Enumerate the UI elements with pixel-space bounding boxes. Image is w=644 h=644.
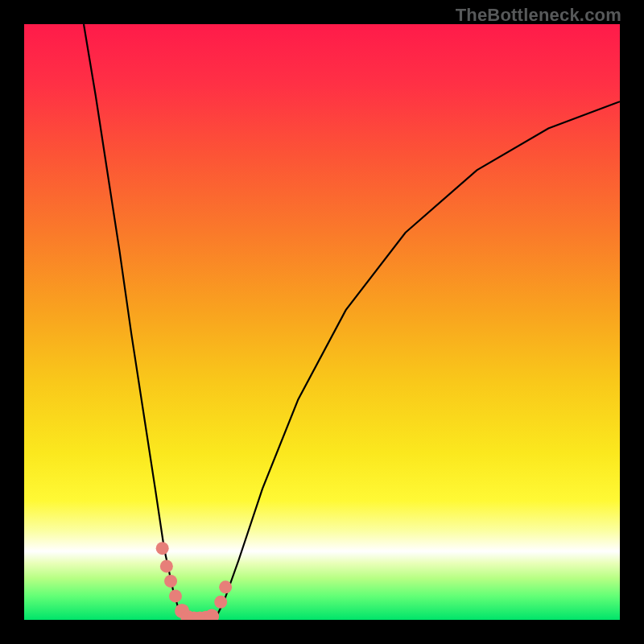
- watermark-text: TheBottleneck.com: [456, 5, 621, 26]
- curve-right-branch: [215, 101, 620, 620]
- marker-point: [169, 589, 182, 602]
- marker-point: [156, 542, 169, 555]
- bottleneck-chart: TheBottleneck.com: [0, 0, 644, 644]
- curve-left-branch: [84, 24, 185, 620]
- curve-layer: [24, 24, 620, 620]
- plot-area: [24, 24, 620, 620]
- marker-point: [214, 596, 227, 609]
- marker-point: [164, 575, 177, 588]
- marker-point: [219, 580, 232, 593]
- marker-point: [204, 609, 219, 620]
- highlighted-markers: [156, 542, 232, 620]
- marker-point: [160, 559, 173, 572]
